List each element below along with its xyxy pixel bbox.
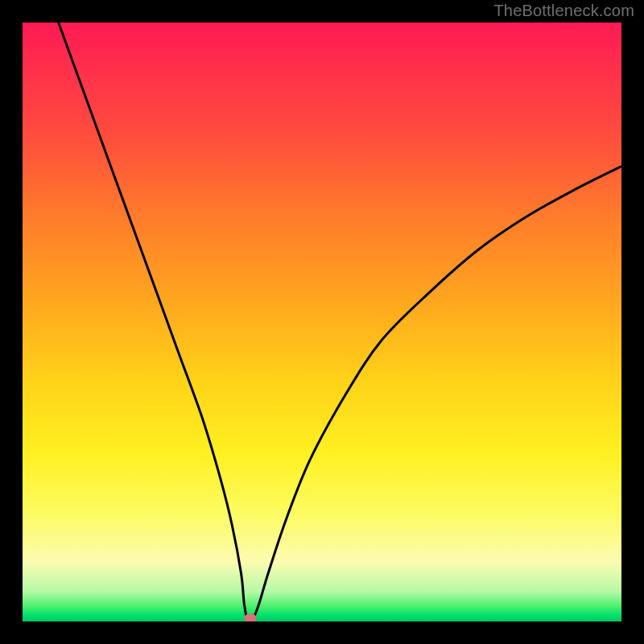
bottleneck-curve (59, 23, 621, 620)
frame: TheBottleneck.com (0, 0, 644, 644)
watermark-text: TheBottleneck.com (493, 2, 634, 20)
curve-svg (23, 23, 621, 621)
plot-area (23, 23, 621, 621)
optimal-marker (244, 614, 256, 621)
